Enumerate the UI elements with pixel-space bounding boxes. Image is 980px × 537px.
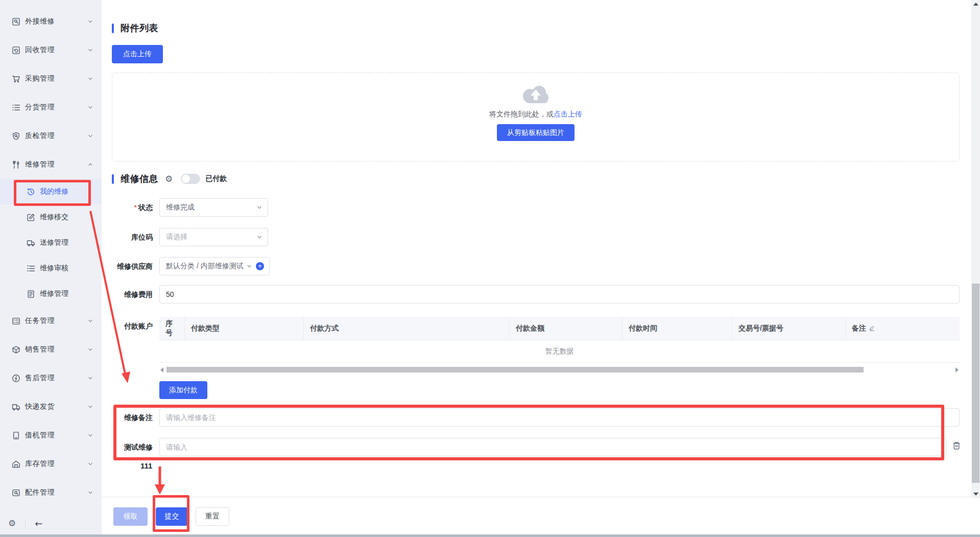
sidebar-item-label: 快递发货 (25, 402, 87, 411)
status-label-text: 状态 (138, 203, 153, 212)
file-dropzone[interactable]: 将文件拖到此处，或点击上传 从剪贴板粘贴图片 (112, 73, 960, 161)
chevron-down-icon (87, 133, 93, 139)
sidebar-item-sales[interactable]: 销售管理 (0, 335, 102, 364)
edit-remark-icon[interactable] (869, 325, 875, 332)
edit-square-icon (27, 213, 35, 222)
chevron-up-icon (87, 161, 93, 168)
package-icon (12, 345, 20, 354)
tablet-icon (12, 431, 20, 440)
app-window: 外接维修 回收管理 采购管理 分货管理 质检管理 (0, 0, 980, 537)
sidebar-item-express[interactable]: 快递发货 (0, 392, 102, 421)
sidebar-item-label: 借机管理 (25, 431, 87, 440)
status-label: *状态 (112, 203, 153, 212)
table-empty-state: 暂无数据 (159, 340, 960, 363)
sidebar-submenu-repair: 我的维修 维修移交 送修管理 维修审核 维修管理 (0, 179, 102, 307)
delete-field-button[interactable] (952, 441, 961, 452)
col-header-remark: 备注 (846, 317, 960, 340)
sidebar-subitem-send-repair[interactable]: 送修管理 (0, 230, 102, 255)
remark-input[interactable] (159, 408, 960, 427)
sidebar-subitem-label: 维修管理 (40, 289, 68, 298)
test-repair-label: 测试维修 (112, 443, 153, 452)
sidebar-item-label: 库存管理 (25, 459, 87, 469)
sidebar-item-label: 售后管理 (25, 373, 87, 383)
scroll-right-arrow-icon[interactable] (955, 367, 959, 372)
chevron-down-icon (246, 263, 252, 269)
sidebar-item-recycle[interactable]: 回收管理 (0, 36, 102, 64)
window-bottom-edge (0, 534, 980, 537)
col-header-index: 序号 (159, 317, 185, 340)
claim-button[interactable]: 领取 (113, 507, 148, 526)
settings-gear-icon[interactable]: ⚙ (8, 518, 16, 528)
form-footer: 领取 提交 重置 (102, 497, 980, 534)
supplier-cascader[interactable]: 默认分类 / 内部维修测试 + (159, 257, 270, 275)
supplier-label: 维修供应商 (112, 262, 153, 271)
list-icon (12, 103, 20, 112)
sidebar-item-loaner[interactable]: 借机管理 (0, 421, 102, 450)
test-repair-input[interactable] (159, 438, 946, 456)
chevron-down-icon (87, 461, 93, 467)
sidebar-item-purchase[interactable]: 采购管理 (0, 64, 102, 93)
sidebar-subitem-repair-audit[interactable]: 维修审核 (0, 255, 102, 281)
section-accent-bar (112, 174, 114, 184)
fee-label: 维修费用 (112, 290, 153, 299)
col-header-time: 付款时间 (623, 317, 732, 340)
payment-table-header: 序号 付款类型 付款方式 付款金额 付款时间 交易号/票据号 备注 (159, 317, 960, 340)
sidebar-subitem-label: 送修管理 (40, 238, 68, 247)
sidebar-item-aftersales[interactable]: 售后管理 (0, 364, 102, 392)
paid-toggle[interactable] (181, 174, 200, 184)
vertical-scroll-thumb[interactable] (972, 284, 979, 483)
add-supplier-icon[interactable]: + (256, 262, 264, 270)
sidebar-subitem-my-repairs[interactable]: 我的维修 (0, 179, 102, 204)
location-select-placeholder: 请选择 (166, 232, 256, 242)
submit-button[interactable]: 提交 (156, 507, 188, 526)
reset-button[interactable]: 重置 (196, 507, 229, 526)
dropzone-hint-text: 将文件拖到此处，或 (489, 110, 554, 118)
fee-input[interactable] (159, 285, 960, 303)
required-mark: * (134, 203, 137, 212)
sidebar-top-group: 外接维修 回收管理 采购管理 分货管理 质检管理 (0, 7, 102, 179)
add-payment-button[interactable]: 添加付款 (159, 381, 207, 399)
upload-button[interactable]: 点击上传 (112, 45, 163, 63)
sidebar-item-tasks[interactable]: 任务管理 (0, 307, 102, 335)
cloud-upload-icon (519, 82, 552, 107)
file-search-icon (12, 17, 20, 26)
sidebar-item-distribution[interactable]: 分货管理 (0, 93, 102, 122)
repair-settings-gear-icon[interactable]: ⚙ (165, 174, 173, 184)
chevron-down-icon (256, 234, 262, 240)
chevron-down-icon (87, 47, 93, 53)
sidebar-item-label: 维修管理 (25, 160, 87, 169)
section-accent-bar (112, 24, 114, 33)
sidebar-item-external-repair[interactable]: 外接维修 (0, 7, 102, 36)
parts-search-icon (12, 488, 20, 497)
sidebar-item-parts[interactable]: 配件管理 (0, 478, 102, 507)
sidebar-item-repair-management[interactable]: 维修管理 (0, 150, 102, 179)
chevron-down-icon (87, 489, 93, 496)
scroll-left-arrow-icon[interactable] (160, 367, 163, 372)
paste-from-clipboard-button[interactable]: 从剪贴板粘贴图片 (497, 124, 575, 141)
sidebar-subitem-label: 我的维修 (40, 187, 68, 196)
col-header-type: 付款类型 (185, 317, 304, 340)
chevron-down-icon (87, 404, 93, 410)
scroll-up-arrow-icon[interactable] (973, 3, 978, 6)
history-clock-icon (27, 188, 35, 196)
status-select[interactable]: 维修完成 (159, 198, 268, 217)
collapse-sidebar-icon[interactable]: ← (35, 518, 42, 529)
dropzone-content: 将文件拖到此处，或点击上传 从剪贴板粘贴图片 (112, 82, 959, 141)
sidebar-subitem-repair-transfer[interactable]: 维修移交 (0, 204, 102, 230)
remark-label: 维修备注 (112, 413, 153, 422)
location-select[interactable]: 请选择 (159, 228, 268, 246)
scroll-down-arrow-icon[interactable] (973, 493, 978, 496)
chevron-down-icon (87, 318, 93, 324)
table-horizontal-scrollbar[interactable] (159, 366, 960, 373)
sidebar-item-inventory[interactable]: 库存管理 (0, 450, 102, 478)
dropzone-upload-link[interactable]: 点击上传 (554, 110, 582, 118)
page-vertical-scrollbar[interactable] (971, 0, 980, 498)
horizontal-scroll-thumb[interactable] (166, 367, 864, 372)
attachments-title: 附件列表 (121, 22, 158, 34)
location-label: 库位码 (112, 233, 153, 242)
sidebar-item-label: 销售管理 (25, 345, 87, 354)
warehouse-icon (12, 460, 20, 469)
sidebar-item-quality[interactable]: 质检管理 (0, 122, 102, 150)
sidebar-subitem-repair-manage[interactable]: 维修管理 (0, 281, 102, 307)
document-icon (27, 290, 35, 298)
